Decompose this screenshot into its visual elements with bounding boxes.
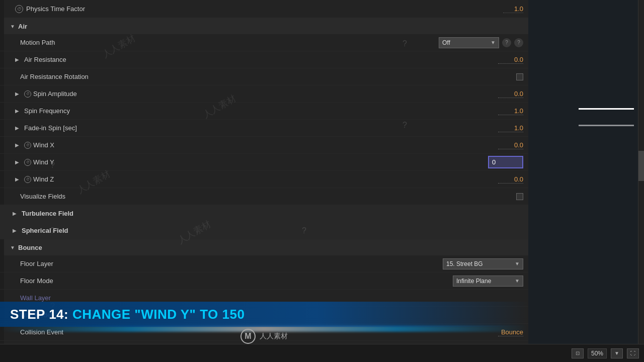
- spin-frequency-expand-arrow[interactable]: ▶: [15, 108, 22, 115]
- wind-z-label: Wind Z: [33, 175, 498, 183]
- watermark-q6: ?: [403, 121, 407, 130]
- floor-mode-row: Floor Mode Infinite Plane ▼: [0, 273, 528, 290]
- air-collapse-arrow: ▼: [10, 24, 15, 29]
- timeline-bar-1: [579, 108, 634, 110]
- logo-text: 人人素材: [260, 332, 288, 341]
- wind-y-label: Wind Y: [33, 158, 488, 166]
- bottom-bar: [0, 344, 528, 362]
- bottom-logo: M 人人素材: [240, 329, 288, 344]
- motion-path-question-icon: ?: [514, 38, 523, 47]
- floor-mode-dropdown-arrow: ▼: [515, 278, 520, 284]
- step-overlay: Step 14: Change "Wind Y" to 150: [0, 302, 528, 327]
- watermark-q3: ?: [50, 226, 55, 235]
- spherical-expand-arrow[interactable]: ▶: [13, 227, 20, 234]
- watermark-q2: ?: [50, 161, 55, 170]
- zoom-dropdown-button[interactable]: ▼: [611, 348, 623, 358]
- floor-mode-label: Floor Mode: [20, 277, 453, 285]
- watermark-q1: ?: [50, 39, 55, 48]
- air-resistance-label: Air Resistance: [24, 56, 498, 63]
- bounce-section-header[interactable]: ▼ Bounce: [0, 239, 528, 255]
- motion-path-label: Motion Path: [20, 39, 439, 46]
- spin-amplitude-value[interactable]: 0.0: [498, 90, 523, 98]
- air-resistance-expand-arrow[interactable]: ▶: [15, 56, 22, 63]
- physics-time-factor-row: ⏱ Physics Time Factor 1.0: [0, 0, 528, 18]
- physics-time-factor-value[interactable]: 1.0: [503, 5, 523, 13]
- wind-x-clock-icon: ⏱: [24, 142, 31, 149]
- wind-z-clock-icon: ⏱: [24, 176, 31, 183]
- spherical-field-row: ▶ Spherical Field: [0, 222, 528, 239]
- fade-in-spin-value[interactable]: 1.0: [498, 124, 523, 132]
- spin-amplitude-label: Spin Amplitude: [33, 90, 498, 98]
- wind-y-input[interactable]: [488, 156, 523, 168]
- floor-mode-value: Infinite Plane: [456, 278, 491, 285]
- visualize-fields-row: Visualize Fields: [0, 188, 528, 205]
- floor-layer-label: Floor Layer: [20, 260, 443, 267]
- motion-path-dropdown[interactable]: Off ▼: [439, 37, 499, 48]
- bounce-collapse-arrow: ▼: [10, 245, 15, 250]
- air-resistance-rotation-row: Air Resistance Rotation: [0, 68, 528, 85]
- scrollbar-thumb[interactable]: [638, 151, 644, 181]
- floor-layer-value: 15. Street BG: [446, 260, 483, 267]
- motion-path-help-icon: ?: [502, 38, 511, 47]
- right-timeline: [528, 0, 644, 362]
- wall-layer-label: Wall Layer: [20, 294, 523, 302]
- visualize-fields-label: Visualize Fields: [20, 193, 516, 200]
- logo-icon: M: [240, 329, 256, 344]
- spin-frequency-label: Spin Frequency: [24, 107, 498, 115]
- wind-z-expand-arrow[interactable]: ▶: [15, 176, 22, 183]
- wind-z-row: ▶ ⏱ Wind Z 0.0: [0, 171, 528, 188]
- fade-in-spin-row: ▶ Fade-in Spin [sec] 1.0: [0, 120, 528, 137]
- timeline-bar-2: [579, 125, 634, 126]
- turbulence-field-row: ▶ Turbulence Field: [0, 205, 528, 222]
- turbulence-field-label: Turbulence Field: [22, 210, 523, 217]
- watermark-q7: ?: [302, 226, 306, 235]
- clock-icon: ⏱: [15, 5, 23, 13]
- floor-layer-row: Floor Layer 15. Street BG ▼: [0, 255, 528, 273]
- motion-path-dropdown-arrow: ▼: [491, 40, 496, 45]
- spin-frequency-row: ▶ Spin Frequency 1.0: [0, 103, 528, 120]
- air-resistance-row: ▶ Air Resistance 0.0: [0, 51, 528, 68]
- air-section-header[interactable]: ▼ Air: [0, 18, 528, 34]
- spin-amplitude-row: ▶ ⏱ Spin Amplitude 0.0: [0, 85, 528, 103]
- air-resistance-rotation-checkbox[interactable]: [516, 73, 523, 80]
- wind-y-row: ▶ ⏱ Wind Y: [0, 154, 528, 171]
- watermark-q5: ?: [403, 39, 407, 48]
- wind-z-value[interactable]: 0.0: [498, 175, 523, 184]
- fit-button[interactable]: ⊡: [572, 348, 584, 358]
- step-text: Step 14: Change "Wind Y" to 150: [10, 307, 245, 322]
- motion-path-value: Off: [442, 39, 450, 46]
- bounce-section-label: Bounce: [18, 244, 42, 251]
- right-scrollbar[interactable]: [638, 0, 644, 344]
- fade-in-spin-label: Fade-in Spin [sec]: [24, 124, 498, 132]
- right-panel: ⊡ 50% ▼ ⛶: [528, 0, 644, 362]
- wind-x-value[interactable]: 0.0: [498, 141, 523, 149]
- visualize-fields-checkbox[interactable]: [516, 193, 523, 200]
- spin-amplitude-clock-icon: ⏱: [24, 90, 31, 98]
- fullscreen-button[interactable]: ⛶: [627, 348, 639, 358]
- spherical-field-label: Spherical Field: [22, 227, 523, 234]
- wind-x-label: Wind X: [33, 141, 498, 149]
- spin-frequency-value[interactable]: 1.0: [498, 107, 523, 115]
- motion-path-row: Motion Path Off ▼ ? ?: [0, 34, 528, 51]
- main-container: ⏱ Physics Time Factor 1.0 ▼ Air Motion P…: [0, 0, 644, 362]
- fade-in-spin-expand-arrow[interactable]: ▶: [15, 125, 22, 132]
- zoom-display[interactable]: 50%: [588, 348, 607, 358]
- floor-layer-dropdown-arrow: ▼: [515, 261, 520, 266]
- wind-y-expand-arrow[interactable]: ▶: [15, 159, 22, 166]
- air-resistance-rotation-label: Air Resistance Rotation: [20, 73, 516, 80]
- floor-layer-dropdown[interactable]: 15. Street BG ▼: [443, 258, 523, 269]
- step-text-white: Step 14:: [10, 307, 72, 322]
- turbulence-expand-arrow[interactable]: ▶: [13, 210, 20, 217]
- air-section-label: Air: [18, 23, 27, 30]
- spin-amplitude-expand-arrow[interactable]: ▶: [15, 90, 22, 98]
- wind-x-expand-arrow[interactable]: ▶: [15, 142, 22, 149]
- bottom-right-bar: ⊡ 50% ▼ ⛶: [528, 344, 644, 362]
- wind-x-row: ▶ ⏱ Wind X 0.0: [0, 137, 528, 154]
- physics-time-factor-label: Physics Time Factor: [26, 5, 503, 13]
- wind-y-clock-icon: ⏱: [24, 159, 31, 166]
- left-panel: ⏱ Physics Time Factor 1.0 ▼ Air Motion P…: [0, 0, 528, 362]
- step-text-cyan: Change "Wind Y" to 150: [72, 307, 245, 322]
- air-resistance-value[interactable]: 0.0: [498, 56, 523, 64]
- floor-mode-dropdown[interactable]: Infinite Plane ▼: [453, 276, 523, 287]
